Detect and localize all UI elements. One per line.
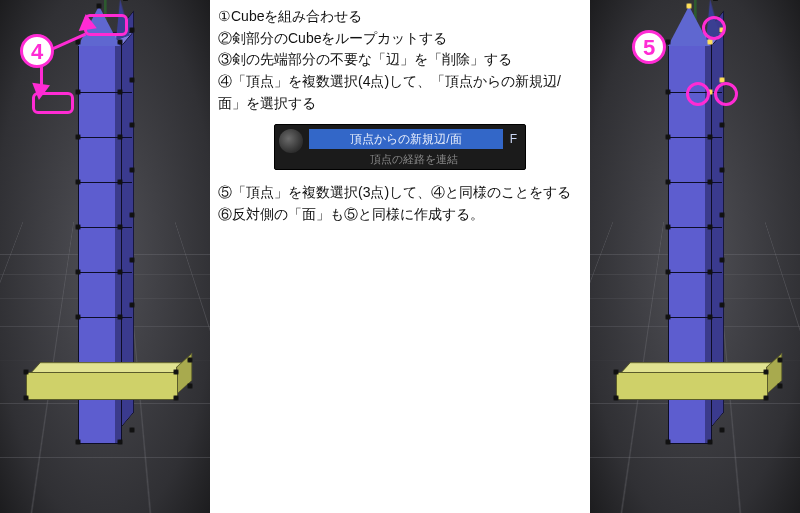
- annotation-circle-right-vertex: [714, 82, 738, 106]
- viewport-right[interactable]: 5: [590, 0, 800, 513]
- annotation-badge-5: 5: [632, 30, 666, 64]
- menu-item-highlighted[interactable]: 頂点からの新規辺/面: [309, 129, 503, 149]
- step-1: ①Cubeを組み合わせる: [218, 6, 582, 28]
- step-3: ③剣の先端部分の不要な「辺」を「削除」する: [218, 49, 582, 71]
- step-5: ⑤「頂点」を複数選択(3点)して、④と同様のことをする: [218, 182, 582, 204]
- menu-item-dimmed[interactable]: 頂点の経路を連結: [309, 151, 519, 167]
- step-4: ④「頂点」を複数選択(4点)して、「頂点からの新規辺/面」を選択する: [218, 71, 582, 114]
- radial-menu-icon: [279, 129, 303, 153]
- annotation-rect-top: [84, 14, 128, 36]
- step-2: ②剣部分のCubeをループカットする: [218, 28, 582, 50]
- sword-model-left: [78, 22, 132, 472]
- instruction-text: ①Cubeを組み合わせる ②剣部分のCubeをループカットする ③剣の先端部分の…: [218, 6, 582, 226]
- annotation-circle-tip-vertex: [702, 16, 726, 40]
- menu-item-shortcut: F: [510, 129, 517, 149]
- annotation-circle-left-vertex: [686, 82, 710, 106]
- tutorial-canvas: 4: [0, 0, 800, 513]
- step-6: ⑥反対側の「面」も⑤と同様に作成する。: [218, 204, 582, 226]
- annotation-rect-side: [32, 92, 74, 114]
- annotation-badge-4: 4: [20, 34, 54, 68]
- viewport-left[interactable]: 4: [0, 0, 210, 513]
- context-menu-screenshot: 頂点からの新規辺/面 F 頂点の経路を連結: [274, 124, 526, 170]
